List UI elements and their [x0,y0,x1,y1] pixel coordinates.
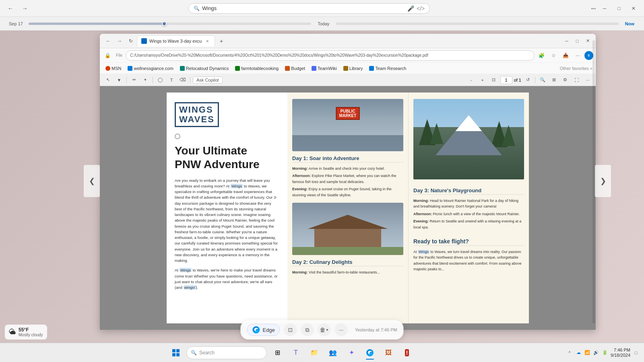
bookmark-budget[interactable]: Budget [283,65,308,72]
erase-tool-btn[interactable]: ⌫ [178,75,188,85]
code-icon[interactable]: </> [417,5,425,12]
recall-copy-btn[interactable]: ⧉ [301,323,314,336]
bookmark-wellness[interactable]: wellnessgiance.com [125,65,175,72]
bookmark-farmtotable[interactable]: farmtotablecooking [233,65,281,72]
active-indicator [366,359,374,360]
timeline-now[interactable]: Now [622,21,638,27]
zoom-in-btn[interactable]: + [478,75,487,85]
market-photo-placeholder: PUBLICMARKET [292,99,403,151]
extensions-btn[interactable]: 🧩 [536,50,547,61]
active-tab[interactable]: Wings to Wave 3-day excursion - ... ✕ [137,35,215,47]
tab-close-btn[interactable]: ✕ [204,38,211,44]
datetime-display[interactable]: 7:46 PM 9/18/2024 [611,348,630,358]
bookmark-library-label: Library [349,66,363,71]
pdf-middle-column: PUBLICMARKET Day 1: Soar into Adventure … [287,93,408,323]
security-icon-btn[interactable]: 🔒 [102,50,113,61]
cursor-tool-btn[interactable]: ↖ [103,75,113,85]
browser-close-btn[interactable]: ✕ [583,36,592,46]
browser-minimize-btn[interactable]: ─ [562,36,572,46]
market-building [292,135,403,151]
bookmark-wellness-label: wellnessgiance.com [134,66,173,71]
ask-copilot-btn[interactable]: Ask Copilot [193,76,223,84]
forward-button[interactable]: → [19,3,31,14]
draw-tool-btn[interactable]: ✏ [129,75,139,85]
browser-refresh-btn[interactable]: ↻ [126,36,136,46]
rotate-btn[interactable]: ↺ [523,75,533,85]
nav-arrow-right[interactable]: ❯ [595,165,611,197]
recall-screenshot-btn[interactable]: ⊡ [284,323,297,336]
shape-tool-btn[interactable]: ◯ [155,75,165,85]
file-explorer-button[interactable]: 📁 [306,345,322,361]
recall-edge-label: Edge [262,327,275,333]
timeline-track[interactable] [29,23,311,25]
start-button[interactable] [168,345,184,361]
pike-place-photo: PUBLICMARKET [292,99,403,151]
ready-section: Ready to take flight? At Wings to Waves,… [413,235,524,272]
recall-more-btn[interactable]: ··· [335,323,348,336]
recall-search-input[interactable]: Wings [202,5,405,11]
onedrive-icon[interactable]: ☁ [575,350,582,356]
collections-btn[interactable]: 📥 [560,50,571,61]
recall-action-bar: Edge ⊡ ⧉ 🗑 ▼ ··· Yesterday at 7:46 PM [240,320,403,339]
mic-icon[interactable]: 🎤 [407,5,414,12]
fullscreen-btn[interactable]: ⛶ [572,75,581,85]
ms-teams-icon: 👥 [329,349,337,356]
nav-arrow-left[interactable]: ❮ [84,165,100,197]
pdf-more-btn[interactable]: ··· [583,75,592,85]
security-button[interactable]: ! [399,345,415,361]
timeline-thumb [162,21,167,26]
public-market-sign: PUBLICMARKET [336,107,360,120]
new-tab-btn[interactable]: + [216,35,227,47]
maximize-button[interactable]: □ [613,3,625,14]
recall-edge-button[interactable]: Edge [247,324,280,336]
back-button[interactable]: ← [5,3,16,14]
fit-page-btn[interactable]: ⊡ [489,75,499,85]
highlight-tool-btn[interactable]: ▼ [114,75,124,85]
bookmark-teamresearch[interactable]: Team Research [367,65,409,72]
notification-center-icon[interactable]: □ [633,350,639,356]
edge-taskbar-button[interactable] [362,345,378,361]
browser-forward-btn[interactable]: → [114,36,125,46]
search-pdf-btn[interactable]: 🔍 [538,75,547,85]
bookmark-teamwiki[interactable]: TeamWiki [309,65,339,72]
more-options-btn[interactable]: ··· [572,50,583,61]
cabin-photo-placeholder [292,203,403,255]
teams-button[interactable]: T [288,345,304,361]
wings-highlight-4: Wings [418,250,429,254]
task-view-button[interactable]: ⊞ [269,345,285,361]
timeline-prev[interactable]: Sep 17 [6,21,25,27]
draw-dropdown-btn[interactable]: ▼ [140,75,150,85]
pdf-right-column: Day 3: Nature's Playground Morning: Head… [408,93,529,323]
photos-button[interactable]: 🖼 [380,345,396,361]
other-favorites-btn[interactable]: Other favorites » [560,66,592,71]
battery-icon[interactable]: 🔋 [602,350,608,356]
bookmark-relocaloud[interactable]: Relocaloud Dynamics [178,65,231,72]
bookmark-msn[interactable]: MSN [103,65,124,72]
view-options-btn[interactable]: ⊞ [549,75,559,85]
close-button[interactable]: ✕ [628,3,639,14]
day2-schedule: Morning: Visit the beautiful farm-to-tab… [292,269,403,275]
browser-restore-btn[interactable]: □ [572,36,582,46]
browser-back-btn[interactable]: ← [103,36,114,46]
ms-teams-button[interactable]: 👥 [325,345,341,361]
zoom-out-btn[interactable]: - [466,75,476,85]
favorites-btn[interactable]: ☆ [548,50,559,61]
minimize-button[interactable]: ─ [599,3,610,14]
chevron-up-icon[interactable]: ^ [566,350,573,356]
copilot-button[interactable]: ✦ [343,345,359,361]
taskbar: 🔍 Search ⊞ T 📁 👥 ✦ [0,343,644,362]
pdf-settings-btn[interactable]: ⚙ [560,75,570,85]
page-number-input[interactable] [500,76,512,84]
edge-icon-btn[interactable]: e [584,51,593,60]
bookmark-farmtotable-label: farmtotablecooking [241,66,279,71]
timeline-track-right[interactable] [336,23,619,25]
text-tool-btn[interactable]: T [167,75,176,85]
taskbar-search[interactable]: 🔍 Search [186,346,267,359]
tree-4 [502,125,515,146]
bookmark-library[interactable]: Library [341,65,365,72]
recall-delete-btn[interactable]: 🗑 ▼ [318,323,331,336]
toolbar-separator [126,77,127,83]
volume-icon[interactable]: 🔊 [593,350,599,356]
address-input[interactable]: C:/Users/ramsyo/OneDrive%20-%20Microsoft… [126,50,535,61]
network-icon[interactable]: 📶 [584,350,590,356]
